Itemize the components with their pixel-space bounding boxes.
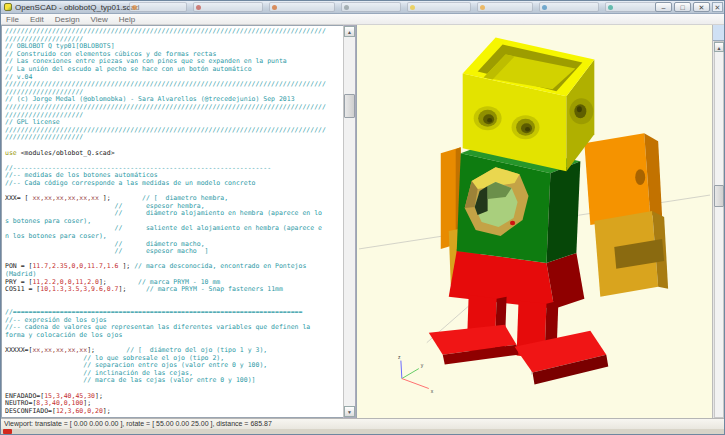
background-window [407, 2, 471, 12]
snap-button-dot [510, 221, 515, 225]
menu-item-design[interactable]: Design [55, 15, 80, 24]
window-bottom-edge [1, 429, 724, 434]
background-window-fragment [713, 25, 724, 41]
menu-item-edit[interactable]: Edit [30, 15, 44, 24]
menu-item-help[interactable]: Help [119, 15, 135, 24]
scroll-down-icon[interactable]: ▼ [344, 406, 355, 417]
scroll-up-icon[interactable]: ▲ [344, 26, 355, 37]
right-scrollbar-thumb[interactable] [714, 185, 724, 207]
axis-label-x: x [431, 388, 434, 394]
eye-socket-right [512, 115, 540, 139]
viewport-status-text: Viewport: translate = [ 0.00 0.00 0.00 ]… [4, 420, 272, 427]
close-button[interactable]: ✕ [693, 2, 710, 12]
background-window-close-button[interactable]: ✕ [712, 2, 723, 12]
background-window [129, 2, 187, 12]
openscad-app-icon [4, 3, 12, 11]
axis-label-y: y [421, 362, 424, 368]
background-window [269, 2, 335, 12]
right-scroll-up-icon[interactable]: ▲ [714, 42, 724, 52]
code-editor[interactable]: ////////////////////////////////////////… [1, 25, 343, 418]
status-bar: Viewport: translate = [ 0.00 0.00 0.00 ]… [1, 418, 724, 429]
menu-item-view[interactable]: View [91, 15, 108, 24]
viewport-3d[interactable]: z y x [356, 25, 712, 418]
eye-socket-left [474, 106, 502, 130]
menu-bar: File Edit Design View Help [1, 14, 724, 25]
right-scroll-track[interactable] [714, 41, 724, 418]
background-window [341, 2, 401, 12]
axis-label-z: z [398, 354, 401, 360]
background-window [477, 2, 533, 12]
openscad-window: OpenSCAD - oblobotQ_typ01.scad – □ ✕ ✕ F… [0, 0, 725, 435]
menu-item-file[interactable]: File [6, 15, 19, 24]
editor-scrollbar[interactable]: ▲ ▼ [343, 25, 356, 418]
robot-head [463, 38, 595, 172]
taskbar-peek-icon[interactable] [3, 429, 12, 434]
background-window [193, 2, 263, 12]
minimize-button[interactable]: – [655, 2, 672, 12]
code-area: ////////////////////////////////////////… [5, 28, 343, 415]
title-bar[interactable]: OpenSCAD - oblobotQ_typ01.scad – □ ✕ ✕ [1, 1, 724, 14]
editor-scrollbar-thumb[interactable] [344, 94, 355, 118]
window-title: OpenSCAD - oblobotQ_typ01.scad [15, 3, 140, 12]
background-window-scrollbar[interactable]: ▲ [712, 25, 724, 418]
robot-render: z y x [357, 25, 712, 418]
background-window [539, 2, 599, 12]
maximize-button[interactable]: □ [674, 2, 691, 12]
robot-right-arm [584, 133, 668, 297]
background-windows [129, 2, 669, 13]
axis-indicator: z y x [398, 354, 434, 394]
